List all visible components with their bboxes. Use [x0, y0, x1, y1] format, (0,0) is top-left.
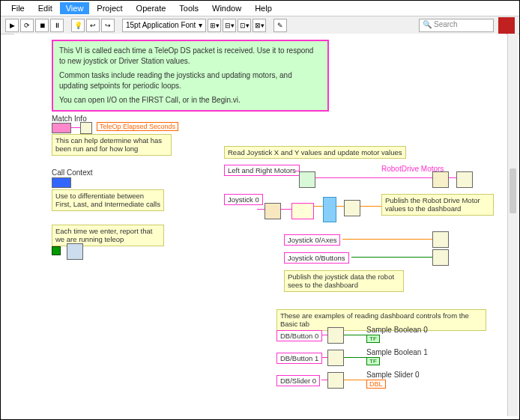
motor-set-node[interactable] — [344, 200, 360, 216]
menu-project[interactable]: Project — [91, 2, 128, 14]
search-icon: 🔍 — [423, 20, 432, 28]
highlight-button[interactable]: 💡 — [71, 19, 85, 32]
db-slider0-constant[interactable]: DB/Slider 0 — [276, 375, 320, 386]
menu-help[interactable]: Help — [249, 2, 278, 14]
scroll-thumb[interactable] — [510, 168, 516, 213]
vi-description-box: This VI is called each time a TeleOp DS … — [52, 40, 329, 112]
sample-bool0-label: Sample Boolean 0 — [366, 326, 428, 334]
font-selector[interactable]: 15pt Application Font ▾ — [122, 19, 206, 32]
refnum-get-drive[interactable] — [299, 171, 315, 188]
retain-button[interactable]: ↩ — [86, 19, 100, 32]
refnum-get-joy[interactable] — [264, 203, 281, 219]
run-button[interactable]: ▶ — [5, 19, 19, 32]
search-input[interactable]: 🔍Search — [419, 19, 494, 32]
report-teleop-node[interactable] — [67, 243, 83, 260]
font-label: 15pt Application Font — [126, 21, 196, 29]
drive-publish-node[interactable] — [456, 171, 473, 188]
match-info-comment: This can help determine what has been ru… — [52, 134, 172, 156]
tank-drive-node[interactable] — [432, 171, 449, 188]
bundle-node[interactable] — [323, 197, 336, 222]
joystick0-axes-constant[interactable]: Joystick 0/Axes — [284, 234, 340, 246]
sample-bool1-label: Sample Boolean 1 — [366, 348, 428, 356]
match-info-control[interactable] — [52, 123, 71, 133]
db-button0-constant[interactable]: DB/Button 0 — [276, 330, 322, 341]
db-read-node-0[interactable] — [327, 327, 344, 344]
call-context-label: Call Context — [52, 168, 92, 177]
toolbar: ▶ ⟳ ⏹ ⏸ 💡 ↩ ↪ 15pt Application Font ▾ ⊞▾… — [1, 16, 519, 34]
reorder-button[interactable]: ⊠▾ — [253, 19, 266, 32]
step-button[interactable]: ↪ — [101, 19, 115, 32]
sample-bool0-indicator[interactable]: TF — [366, 335, 380, 343]
get-values-node[interactable] — [291, 203, 314, 219]
menu-view[interactable]: View — [60, 2, 90, 14]
desc-line1: This VI is called each time a TeleOp DS … — [59, 46, 321, 66]
menu-file[interactable]: File — [5, 2, 31, 14]
align-button[interactable]: ⊞▾ — [208, 19, 221, 32]
vi-icon[interactable] — [498, 17, 515, 34]
menubar: File Edit View Project Operate Tools Win… — [1, 1, 519, 16]
joystick0-buttons-constant[interactable]: Joystick 0/Buttons — [284, 252, 349, 264]
menu-window[interactable]: Window — [206, 2, 247, 14]
call-context-comment: Use to differentiate between First, Last… — [52, 189, 164, 211]
distribute-button[interactable]: ⊟▾ — [223, 19, 236, 32]
desc-line3: You can open I/O on the FIRST Call, or i… — [59, 95, 321, 106]
menu-tools[interactable]: Tools — [173, 2, 205, 14]
read-joystick-comment: Read Joystick X and Y values and update … — [224, 146, 406, 159]
lr-motors-constant[interactable]: Left and Right Motors — [224, 165, 300, 176]
block-diagram[interactable]: This VI is called each time a TeleOp DS … — [14, 34, 506, 416]
axes-publish-node[interactable] — [432, 231, 449, 248]
desc-line2: Common tasks include reading the joystic… — [59, 70, 321, 91]
sample-slider0-label: Sample Slider 0 — [366, 371, 420, 379]
true-constant[interactable] — [52, 246, 61, 255]
menu-edit[interactable]: Edit — [32, 2, 58, 14]
db-button1-constant[interactable]: DB/Button 1 — [276, 353, 322, 364]
db-read-node-1[interactable] — [327, 350, 344, 366]
db-read-node-2[interactable] — [327, 372, 344, 389]
joystick0-constant[interactable]: Joystick 0 — [224, 194, 263, 205]
pause-button[interactable]: ⏸ — [50, 19, 64, 32]
cleanup-button[interactable]: ✎ — [273, 19, 287, 32]
publish-joystick-comment: Publish the joystick data the robot sees… — [284, 270, 404, 292]
run-cont-button[interactable]: ⟳ — [20, 19, 34, 32]
vertical-scrollbar[interactable] — [507, 34, 518, 416]
chevron-down-icon: ▾ — [199, 21, 202, 29]
sample-bool1-indicator[interactable]: TF — [366, 357, 380, 365]
buttons-publish-node[interactable] — [432, 249, 449, 266]
publish-drive-comment: Publish the Robot Drive Motor values to … — [381, 194, 494, 216]
abort-button[interactable]: ⏹ — [35, 19, 49, 32]
unbundle-node[interactable] — [80, 122, 92, 134]
teleop-elapsed-indicator[interactable]: TeleOp Elapsed Seconds — [97, 122, 178, 131]
call-context-control[interactable] — [52, 177, 71, 188]
sample-slider0-indicator[interactable]: DBL — [366, 380, 386, 389]
resize-button[interactable]: ⊡▾ — [238, 19, 251, 32]
menu-operate[interactable]: Operate — [130, 2, 172, 14]
